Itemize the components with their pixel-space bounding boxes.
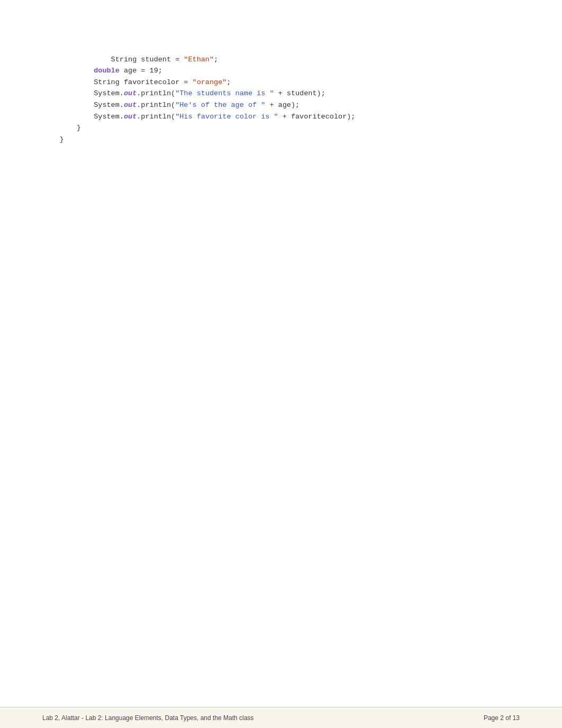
code-line-4: System.out.println("The students name is…: [42, 89, 325, 97]
code-line-1: String student = "Ethan";: [59, 56, 218, 63]
code-line-7: }: [42, 124, 81, 132]
code-line-6: System.out.println("His favorite color i…: [42, 113, 355, 121]
footer: Lab 2, Alattar - Lab 2: Language Element…: [0, 707, 562, 728]
code-block: String student = "Ethan"; double age = 1…: [42, 42, 520, 157]
code-line-2: double age = 19;: [42, 67, 162, 75]
footer-right-text: Page 2 of 13: [484, 714, 520, 722]
code-line-3: String favoritecolor = "orange";: [42, 78, 231, 86]
code-line-8: }: [42, 135, 64, 143]
footer-left-text: Lab 2, Alattar - Lab 2: Language Element…: [42, 714, 253, 722]
page-content: String student = "Ethan"; double age = 1…: [0, 0, 562, 698]
code-line-5: System.out.println("He's of the age of "…: [42, 101, 300, 109]
